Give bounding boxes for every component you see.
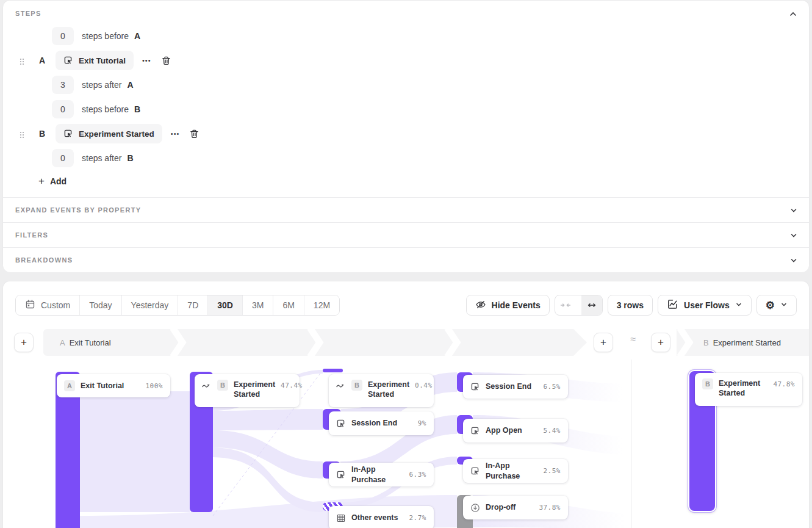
date-range-custom[interactable]: Custom: [16, 295, 79, 315]
expand-columns-icon[interactable]: [581, 295, 602, 315]
column-header-b[interactable]: B Experiment Started: [703, 329, 781, 356]
step-badge: A: [64, 380, 75, 391]
add-column-before-anchor-button[interactable]: +: [651, 333, 670, 352]
anchor-column-band: B Experiment Started: [677, 329, 810, 356]
date-range-label: 3M: [252, 300, 264, 310]
step-badge: B: [217, 380, 228, 391]
date-range-yesterday[interactable]: Yesterday: [121, 295, 178, 315]
accordion-filters[interactable]: FILTERS: [3, 222, 809, 247]
column-title: Exit Tutorial: [70, 338, 111, 347]
step-ref-letter: B: [134, 104, 140, 114]
steps-count-input[interactable]: 0: [52, 100, 74, 118]
step-letter: A: [39, 56, 46, 65]
flow-node-name: Session End: [486, 382, 531, 391]
step-letter: B: [39, 129, 46, 139]
event-select-button[interactable]: Experiment Started: [56, 124, 162, 143]
view-type-dropdown[interactable]: User Flows: [658, 295, 752, 316]
flow-node-card[interactable]: B Experiment Started 0.4%: [329, 374, 434, 407]
hide-events-button[interactable]: Hide Events: [466, 295, 550, 316]
date-range-6m[interactable]: 6M: [273, 295, 303, 315]
collapse-columns-icon[interactable]: [555, 295, 576, 315]
step-ref-letter: A: [134, 31, 140, 41]
flow-node-percent: 47.4%: [281, 382, 303, 389]
chevron-down-icon: [789, 256, 798, 267]
flow-node-name: Drop-off: [486, 502, 516, 512]
flow-node-card[interactable]: B Experiment Started 47.4%: [195, 374, 300, 407]
flow-node-card[interactable]: B Experiment Started 47.8%: [695, 373, 802, 406]
flow-node-card[interactable]: Session End 6.5%: [463, 375, 568, 399]
date-range-30d[interactable]: 30D: [207, 295, 242, 315]
flow-node-percent: 9%: [418, 419, 426, 427]
chart-toolbar: Hide Events 3 rows User Flows: [466, 295, 797, 316]
rows-count-button[interactable]: 3 rows: [608, 295, 653, 316]
event-icon: [470, 382, 480, 392]
steps-before-a-row: 0 steps before A: [52, 27, 140, 45]
accordion-breakdowns[interactable]: BREAKDOWNS: [3, 247, 809, 272]
flow-node-card[interactable]: App Open 5.4%: [463, 419, 568, 443]
flow-node-card[interactable]: A Exit Tutorial 100%: [57, 374, 170, 397]
drag-handle-icon[interactable]: [20, 130, 24, 137]
flow-node-card[interactable]: In-App Purchase 6.3%: [329, 463, 434, 486]
event-icon: [63, 56, 73, 65]
column-title: Experiment Started: [713, 338, 781, 347]
chevron-separator-icon: [170, 329, 187, 358]
chevron-separator-icon: [677, 329, 694, 358]
flow-node-name: Other events: [351, 513, 398, 523]
steps-after-a-row: 3 steps after A: [52, 76, 134, 94]
steps-count-input[interactable]: 3: [52, 76, 74, 94]
settings-dropdown[interactable]: ⚙: [756, 295, 797, 316]
date-range-label: Custom: [41, 300, 70, 310]
accordion-label: FILTERS: [15, 231, 48, 239]
date-range-label: 30D: [217, 300, 233, 310]
user-flows-chart-icon: [667, 298, 678, 312]
event-pill-label: Experiment Started: [79, 129, 154, 139]
drop-off-icon: [470, 503, 480, 513]
steps-count-label: steps before: [82, 31, 129, 41]
add-column-before-button[interactable]: +: [14, 333, 34, 352]
plus-icon: +: [600, 336, 606, 349]
more-options-icon[interactable]: •••: [142, 57, 151, 64]
flow-node-card[interactable]: Session End 9%: [329, 411, 434, 435]
date-range-label: 7D: [187, 300, 198, 310]
steps-count-input[interactable]: 0: [52, 27, 74, 45]
eye-off-icon: [475, 299, 486, 312]
add-step-button[interactable]: + Add: [38, 175, 66, 187]
more-options-icon[interactable]: •••: [171, 130, 180, 137]
trash-icon[interactable]: [161, 56, 171, 66]
flow-node-card[interactable]: Other events 2.7%: [329, 506, 434, 528]
chevron-down-icon: [789, 206, 798, 217]
date-range-7d[interactable]: 7D: [178, 295, 207, 315]
plus-icon: +: [38, 175, 45, 187]
date-range-3m[interactable]: 3M: [242, 295, 273, 315]
steps-count-input[interactable]: 0: [52, 149, 74, 167]
chevron-down-icon: [780, 300, 788, 310]
drag-handle-icon[interactable]: [20, 57, 24, 64]
flow-node-bar-experiment-started-04[interactable]: [323, 369, 343, 372]
squiggle-arrow-icon: [202, 382, 212, 389]
steps-count-label: steps after: [82, 80, 121, 90]
date-range-today[interactable]: Today: [79, 295, 121, 315]
flow-node-name: In-App Purchase: [486, 461, 538, 481]
accordion-expand-events-by-property[interactable]: EXPAND EVENTS BY PROPERTY: [3, 197, 809, 222]
flow-node-name: Experiment Started: [234, 380, 275, 400]
event-icon: [470, 466, 480, 476]
flow-node-card[interactable]: In-App Purchase 2.5%: [463, 459, 568, 483]
event-pill-label: Exit Tutorial: [79, 56, 126, 65]
flow-node-percent: 37.8%: [539, 504, 561, 512]
spacing-toggle: [555, 295, 603, 316]
date-range-12m[interactable]: 12M: [304, 295, 339, 315]
add-column-after-button[interactable]: +: [594, 333, 613, 352]
column-header-a[interactable]: A Exit Tutorial: [60, 329, 111, 356]
flow-node-card[interactable]: Drop-off 37.8%: [463, 496, 568, 519]
flow-node-name: Experiment Started: [719, 378, 764, 399]
trash-icon[interactable]: [189, 129, 199, 139]
flow-node-name: Exit Tutorial: [81, 381, 124, 391]
event-select-button[interactable]: Exit Tutorial: [56, 51, 134, 70]
flow-node-percent: 6.5%: [544, 383, 561, 391]
chevron-up-icon[interactable]: [788, 9, 798, 19]
steps-section-title: STEPS: [15, 10, 41, 17]
column-letter: B: [703, 338, 709, 347]
steps-count-label: steps before: [82, 104, 129, 114]
accordion-label: BREAKDOWNS: [15, 256, 73, 264]
step-ref-letter: B: [127, 153, 133, 163]
